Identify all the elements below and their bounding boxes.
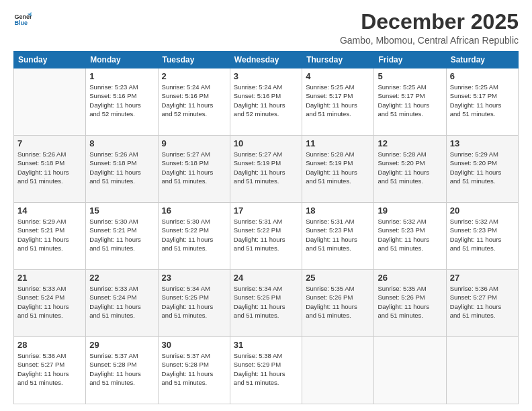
month-title: December 2025 [340, 10, 519, 34]
table-row: 19Sunrise: 5:32 AM Sunset: 5:23 PM Dayli… [374, 203, 446, 270]
day-number: 7 [17, 138, 82, 148]
calendar: Sunday Monday Tuesday Wednesday Thursday… [13, 51, 519, 404]
day-number: 22 [89, 273, 154, 283]
day-info: Sunrise: 5:26 AM Sunset: 5:18 PM Dayligh… [89, 150, 154, 185]
day-info: Sunrise: 5:30 AM Sunset: 5:22 PM Dayligh… [162, 217, 226, 253]
day-info: Sunrise: 5:29 AM Sunset: 5:20 PM Dayligh… [450, 150, 515, 185]
day-number: 18 [306, 205, 370, 216]
day-number: 14 [17, 205, 82, 216]
day-info: Sunrise: 5:27 AM Sunset: 5:19 PM Dayligh… [234, 150, 298, 185]
table-row: 25Sunrise: 5:35 AM Sunset: 5:26 PM Dayli… [302, 270, 374, 337]
table-row [374, 337, 446, 404]
day-number: 5 [378, 71, 442, 81]
header: General Blue December 2025 Gambo, Mbomou… [13, 10, 519, 46]
day-number: 29 [89, 340, 154, 350]
day-number: 23 [162, 273, 226, 283]
day-info: Sunrise: 5:38 AM Sunset: 5:29 PM Dayligh… [234, 351, 298, 387]
table-row [302, 337, 374, 404]
day-info: Sunrise: 5:29 AM Sunset: 5:21 PM Dayligh… [17, 217, 82, 253]
day-number: 31 [234, 340, 298, 350]
day-number: 27 [450, 273, 515, 283]
day-number: 16 [162, 205, 226, 216]
title-block: December 2025 Gambo, Mbomou, Central Afr… [340, 10, 519, 46]
col-thursday: Thursday [302, 52, 374, 68]
table-row: 8Sunrise: 5:26 AM Sunset: 5:18 PM Daylig… [86, 136, 158, 203]
week-row-5: 28Sunrise: 5:36 AM Sunset: 5:27 PM Dayli… [14, 337, 519, 404]
table-row: 26Sunrise: 5:35 AM Sunset: 5:26 PM Dayli… [374, 270, 446, 337]
table-row [14, 68, 86, 136]
week-row-1: 1Sunrise: 5:23 AM Sunset: 5:16 PM Daylig… [14, 68, 519, 136]
table-row: 14Sunrise: 5:29 AM Sunset: 5:21 PM Dayli… [14, 203, 86, 270]
day-number: 15 [89, 205, 154, 216]
table-row: 20Sunrise: 5:32 AM Sunset: 5:23 PM Dayli… [446, 203, 518, 270]
table-row: 3Sunrise: 5:24 AM Sunset: 5:16 PM Daylig… [230, 68, 302, 136]
col-friday: Friday [374, 52, 446, 68]
table-row: 6Sunrise: 5:25 AM Sunset: 5:17 PM Daylig… [446, 68, 518, 136]
day-info: Sunrise: 5:24 AM Sunset: 5:16 PM Dayligh… [162, 83, 226, 118]
day-number: 26 [378, 273, 442, 283]
day-info: Sunrise: 5:25 AM Sunset: 5:17 PM Dayligh… [378, 83, 442, 118]
col-sunday: Sunday [14, 52, 86, 68]
table-row: 5Sunrise: 5:25 AM Sunset: 5:17 PM Daylig… [374, 68, 446, 136]
col-wednesday: Wednesday [230, 52, 302, 68]
day-info: Sunrise: 5:34 AM Sunset: 5:25 PM Dayligh… [234, 284, 298, 320]
table-row: 2Sunrise: 5:24 AM Sunset: 5:16 PM Daylig… [158, 68, 230, 136]
day-number: 11 [306, 138, 370, 148]
day-info: Sunrise: 5:34 AM Sunset: 5:25 PM Dayligh… [162, 284, 226, 320]
svg-text:Blue: Blue [14, 19, 28, 26]
table-row: 13Sunrise: 5:29 AM Sunset: 5:20 PM Dayli… [446, 136, 518, 203]
table-row: 23Sunrise: 5:34 AM Sunset: 5:25 PM Dayli… [158, 270, 230, 337]
day-info: Sunrise: 5:33 AM Sunset: 5:24 PM Dayligh… [17, 284, 82, 320]
day-number: 6 [450, 71, 515, 81]
day-number: 13 [450, 138, 515, 148]
table-row: 18Sunrise: 5:31 AM Sunset: 5:23 PM Dayli… [302, 203, 374, 270]
day-number: 2 [162, 71, 226, 81]
day-number: 28 [17, 340, 82, 350]
table-row: 22Sunrise: 5:33 AM Sunset: 5:24 PM Dayli… [86, 270, 158, 337]
table-row: 28Sunrise: 5:36 AM Sunset: 5:27 PM Dayli… [14, 337, 86, 404]
day-info: Sunrise: 5:28 AM Sunset: 5:19 PM Dayligh… [306, 150, 370, 185]
table-row: 30Sunrise: 5:37 AM Sunset: 5:28 PM Dayli… [158, 337, 230, 404]
table-row [446, 337, 518, 404]
table-row: 21Sunrise: 5:33 AM Sunset: 5:24 PM Dayli… [14, 270, 86, 337]
table-row: 17Sunrise: 5:31 AM Sunset: 5:22 PM Dayli… [230, 203, 302, 270]
day-number: 20 [450, 205, 515, 216]
day-info: Sunrise: 5:25 AM Sunset: 5:17 PM Dayligh… [306, 83, 370, 118]
day-number: 9 [162, 138, 226, 148]
week-row-2: 7Sunrise: 5:26 AM Sunset: 5:18 PM Daylig… [14, 136, 519, 203]
table-row: 31Sunrise: 5:38 AM Sunset: 5:29 PM Dayli… [230, 337, 302, 404]
table-row: 11Sunrise: 5:28 AM Sunset: 5:19 PM Dayli… [302, 136, 374, 203]
page: General Blue December 2025 Gambo, Mbomou… [0, 0, 532, 411]
week-row-3: 14Sunrise: 5:29 AM Sunset: 5:21 PM Dayli… [14, 203, 519, 270]
day-number: 17 [234, 205, 298, 216]
day-number: 25 [306, 273, 370, 283]
subtitle: Gambo, Mbomou, Central African Republic [340, 35, 519, 46]
day-info: Sunrise: 5:36 AM Sunset: 5:27 PM Dayligh… [450, 284, 515, 320]
header-row: Sunday Monday Tuesday Wednesday Thursday… [14, 52, 519, 68]
table-row: 12Sunrise: 5:28 AM Sunset: 5:20 PM Dayli… [374, 136, 446, 203]
day-info: Sunrise: 5:24 AM Sunset: 5:16 PM Dayligh… [234, 83, 298, 118]
table-row: 7Sunrise: 5:26 AM Sunset: 5:18 PM Daylig… [14, 136, 86, 203]
day-number: 19 [378, 205, 442, 216]
day-number: 12 [378, 138, 442, 148]
table-row: 1Sunrise: 5:23 AM Sunset: 5:16 PM Daylig… [86, 68, 158, 136]
day-info: Sunrise: 5:37 AM Sunset: 5:28 PM Dayligh… [89, 351, 154, 387]
col-monday: Monday [86, 52, 158, 68]
table-row: 10Sunrise: 5:27 AM Sunset: 5:19 PM Dayli… [230, 136, 302, 203]
day-info: Sunrise: 5:33 AM Sunset: 5:24 PM Dayligh… [89, 284, 154, 320]
col-saturday: Saturday [446, 52, 518, 68]
table-row: 15Sunrise: 5:30 AM Sunset: 5:21 PM Dayli… [86, 203, 158, 270]
day-number: 1 [89, 71, 154, 81]
day-info: Sunrise: 5:31 AM Sunset: 5:23 PM Dayligh… [306, 217, 370, 253]
table-row: 16Sunrise: 5:30 AM Sunset: 5:22 PM Dayli… [158, 203, 230, 270]
day-info: Sunrise: 5:25 AM Sunset: 5:17 PM Dayligh… [450, 83, 515, 118]
day-info: Sunrise: 5:35 AM Sunset: 5:26 PM Dayligh… [378, 284, 442, 320]
day-number: 8 [89, 138, 154, 148]
logo-icon: General Blue [13, 10, 32, 29]
day-number: 24 [234, 273, 298, 283]
table-row: 9Sunrise: 5:27 AM Sunset: 5:18 PM Daylig… [158, 136, 230, 203]
day-info: Sunrise: 5:32 AM Sunset: 5:23 PM Dayligh… [450, 217, 515, 253]
day-info: Sunrise: 5:30 AM Sunset: 5:21 PM Dayligh… [89, 217, 154, 253]
day-info: Sunrise: 5:37 AM Sunset: 5:28 PM Dayligh… [162, 351, 226, 387]
table-row: 24Sunrise: 5:34 AM Sunset: 5:25 PM Dayli… [230, 270, 302, 337]
